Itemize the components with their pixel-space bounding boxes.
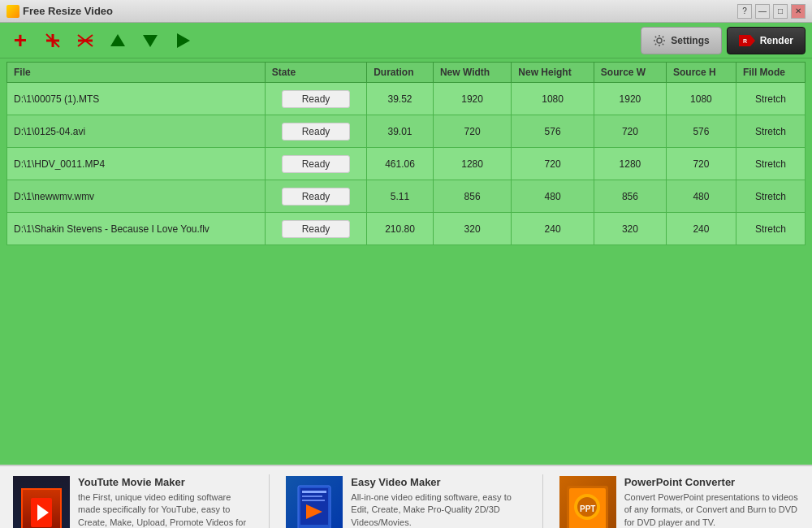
- remove-file-button[interactable]: [39, 27, 67, 54]
- ad-powerpoint-converter[interactable]: PPT PPT Converter PowerPoint Converter C…: [559, 476, 799, 528]
- new-width-cell: 1280: [433, 148, 511, 180]
- arrow-down-icon: [141, 32, 159, 50]
- settings-label: Settings: [671, 35, 709, 46]
- ad-youtube-thumbnail: YOUTUBEMOVIE MAKER: [13, 476, 70, 528]
- source-h-cell: 720: [667, 148, 736, 180]
- ad-easy-video-thumbnail: Easy Video Maker: [286, 476, 343, 528]
- svg-point-9: [657, 38, 662, 43]
- fill-mode-cell: Stretch: [736, 148, 805, 180]
- new-width-cell: 320: [433, 213, 511, 245]
- yt-film-icon: [21, 488, 62, 528]
- file-cell: D:\1\0125-04.avi: [7, 115, 266, 148]
- table-row[interactable]: D:\1\newwmv.wmvReady5.11856480856480Stre…: [7, 180, 806, 213]
- duration-cell: 39.52: [367, 83, 434, 115]
- col-new-height: New Height: [512, 63, 594, 83]
- source-w-cell: 1920: [594, 83, 666, 115]
- render-label: Render: [760, 35, 793, 46]
- table-row[interactable]: D:\1\00075 (1).MTSReady39.52192010801920…: [7, 83, 806, 115]
- state-cell: Ready: [265, 213, 366, 245]
- state-cell: Ready: [265, 115, 366, 148]
- ad-youtube-text: YouTute Movie Maker the First, unique vi…: [78, 476, 253, 528]
- col-source-w: Source W: [594, 63, 666, 83]
- ad-easy-video-maker[interactable]: Easy Video Maker Easy Video Maker All-in…: [286, 476, 525, 528]
- new-width-cell: 720: [433, 115, 511, 148]
- titlebar-controls: ? — □ ✕: [737, 4, 806, 19]
- start-render-button[interactable]: [169, 27, 197, 54]
- col-new-width: New Width: [433, 63, 511, 83]
- add-icon: +: [14, 29, 27, 52]
- new-height-cell: 720: [512, 148, 594, 180]
- new-height-cell: 240: [512, 213, 594, 245]
- ppt-icon: PPT PPT Converter: [565, 484, 610, 528]
- render-button[interactable]: R Render: [727, 27, 806, 54]
- add-file-button[interactable]: +: [6, 27, 34, 54]
- fill-mode-cell: Stretch: [736, 213, 805, 245]
- state-cell: Ready: [265, 148, 366, 180]
- new-height-cell: 576: [512, 115, 594, 148]
- new-height-cell: 480: [512, 180, 594, 213]
- file-table: File State Duration New Width New Height…: [6, 62, 806, 245]
- fill-mode-cell: Stretch: [736, 180, 805, 213]
- main-area: File State Duration New Width New Height…: [0, 58, 812, 465]
- svg-line-14: [655, 36, 656, 37]
- svg-text:PPT: PPT: [580, 504, 595, 513]
- ad-youtube-title: YouTute Movie Maker: [78, 476, 253, 488]
- ad-ppt-thumbnail: PPT PPT Converter: [559, 476, 616, 528]
- col-duration: Duration: [367, 63, 434, 83]
- toolbar: +: [0, 23, 812, 58]
- move-up-button[interactable]: [104, 27, 132, 54]
- source-h-cell: 1080: [667, 83, 736, 115]
- settings-button[interactable]: Settings: [641, 27, 721, 54]
- svg-text:R: R: [743, 38, 747, 44]
- render-icon: R: [739, 35, 755, 46]
- col-state: State: [265, 63, 366, 83]
- source-h-cell: 240: [667, 213, 736, 245]
- bottom-area: YOUTUBEMOVIE MAKER YouTute Movie Maker t…: [0, 465, 812, 528]
- table-row[interactable]: D:\1\Shakin Stevens - Because I Love You…: [7, 213, 806, 245]
- svg-line-17: [655, 43, 656, 44]
- duration-cell: 39.01: [367, 115, 434, 148]
- fill-mode-cell: Stretch: [736, 83, 805, 115]
- svg-marker-7: [143, 35, 158, 47]
- ad-youtube-movie-maker[interactable]: YOUTUBEMOVIE MAKER YouTute Movie Maker t…: [13, 476, 253, 528]
- ad-easy-video-desc: All-in-one video editing software, easy …: [351, 491, 525, 528]
- state-cell: Ready: [265, 83, 366, 115]
- maximize-button[interactable]: □: [773, 4, 788, 19]
- ad-divider-1: [269, 474, 270, 528]
- table-row[interactable]: D:\1\HDV_0011.MP4Ready461.06128072012807…: [7, 148, 806, 180]
- duration-cell: 210.80: [367, 213, 434, 245]
- play-icon: [174, 32, 192, 50]
- ad-ppt-title: PowerPoint Converter: [624, 476, 799, 488]
- ad-easy-video-text: Easy Video Maker All-in-one video editin…: [351, 476, 525, 528]
- new-width-cell: 1920: [433, 83, 511, 115]
- move-down-button[interactable]: [136, 27, 164, 54]
- source-h-cell: 576: [667, 115, 736, 148]
- svg-rect-25: [302, 496, 322, 497]
- close-button[interactable]: ✕: [791, 4, 806, 19]
- titlebar: Free Resize Video ? — □ ✕: [0, 0, 812, 23]
- svg-rect-24: [302, 491, 326, 493]
- minimize-button[interactable]: —: [755, 4, 770, 19]
- help-button[interactable]: ?: [737, 4, 752, 19]
- svg-rect-23: [300, 488, 328, 525]
- new-width-cell: 856: [433, 180, 511, 213]
- remove-all-button[interactable]: [71, 27, 99, 54]
- table-body: D:\1\00075 (1).MTSReady39.52192010801920…: [7, 83, 806, 245]
- remove-icon: [44, 32, 62, 50]
- table-row[interactable]: D:\1\0125-04.aviReady39.01720576720576St…: [7, 115, 806, 148]
- duration-cell: 5.11: [367, 180, 434, 213]
- ad-ppt-desc: Convert PowerPoint presentations to vide…: [624, 491, 799, 528]
- source-w-cell: 856: [594, 180, 666, 213]
- svg-line-15: [663, 43, 663, 44]
- fill-mode-cell: Stretch: [736, 115, 805, 148]
- source-w-cell: 720: [594, 115, 666, 148]
- file-cell: D:\1\Shakin Stevens - Because I Love You…: [7, 213, 266, 245]
- col-fill-mode: Fill Mode: [736, 63, 805, 83]
- col-file: File: [7, 63, 266, 83]
- file-cell: D:\1\00075 (1).MTS: [7, 83, 266, 115]
- app-title: Free Resize Video: [23, 5, 113, 17]
- source-h-cell: 480: [667, 180, 736, 213]
- file-cell: D:\1\HDV_0011.MP4: [7, 148, 266, 180]
- app-icon: [6, 5, 19, 18]
- gear-icon: [653, 34, 666, 47]
